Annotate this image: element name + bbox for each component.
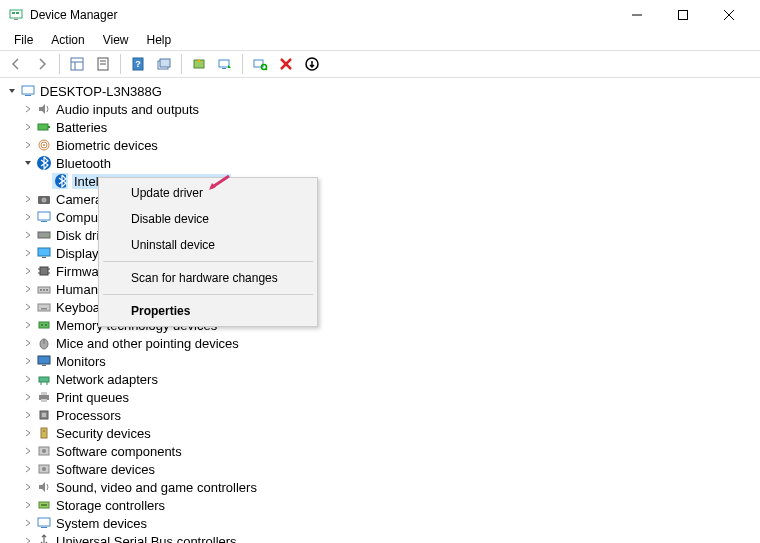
svg-rect-57 — [45, 324, 47, 326]
help-toolbar-icon[interactable]: ? — [126, 52, 150, 76]
chevron-down-icon[interactable] — [4, 83, 20, 99]
tree-root-label: DESKTOP-L3N388G — [40, 84, 162, 99]
chevron-right-icon[interactable] — [20, 281, 36, 297]
svg-rect-2 — [16, 12, 19, 14]
fingerprint-icon — [36, 137, 52, 153]
menu-view[interactable]: View — [95, 31, 137, 49]
tree-node-security[interactable]: Security devices — [0, 424, 760, 442]
ctx-properties[interactable]: Properties — [101, 298, 315, 324]
ctx-uninstall-device[interactable]: Uninstall device — [101, 232, 315, 258]
chevron-right-icon[interactable] — [20, 137, 36, 153]
chevron-right-icon[interactable] — [20, 407, 36, 423]
menu-help[interactable]: Help — [139, 31, 180, 49]
chevron-right-icon[interactable] — [20, 101, 36, 117]
tree-node-print[interactable]: Print queues — [0, 388, 760, 406]
chevron-right-icon[interactable] — [20, 335, 36, 351]
software-icon — [36, 461, 52, 477]
storage-icon — [36, 497, 52, 513]
enable-device-toolbar-icon[interactable] — [300, 52, 324, 76]
chevron-right-icon[interactable] — [20, 479, 36, 495]
tree-node-batteries[interactable]: Batteries — [0, 118, 760, 136]
svg-point-37 — [42, 198, 47, 203]
tree-node-processors[interactable]: Processors — [0, 406, 760, 424]
update-driver-toolbar-icon[interactable] — [187, 52, 211, 76]
tree-node-label: Storage controllers — [56, 498, 165, 513]
svg-rect-70 — [41, 428, 47, 438]
maximize-button[interactable] — [660, 0, 706, 30]
disable-device-toolbar-icon[interactable] — [213, 52, 237, 76]
tree-node-label: Print queues — [56, 390, 129, 405]
tree-node-swcomp[interactable]: Software components — [0, 442, 760, 460]
svg-point-75 — [42, 467, 46, 471]
menu-action[interactable]: Action — [43, 31, 92, 49]
scan-hardware-toolbar-icon[interactable] — [248, 52, 272, 76]
svg-rect-44 — [40, 267, 48, 275]
chevron-right-icon[interactable] — [20, 353, 36, 369]
tree-node-mice[interactable]: Mice and other pointing devices — [0, 334, 760, 352]
tree-node-label: Processors — [56, 408, 121, 423]
battery-icon — [36, 119, 52, 135]
properties-toolbar-icon[interactable] — [91, 52, 115, 76]
chevron-right-icon[interactable] — [20, 371, 36, 387]
tree-node-audio[interactable]: Audio inputs and outputs — [0, 100, 760, 118]
chevron-right-icon[interactable] — [20, 191, 36, 207]
forward-button[interactable] — [30, 52, 54, 76]
chevron-right-icon[interactable] — [20, 263, 36, 279]
chevron-right-icon[interactable] — [20, 389, 36, 405]
svg-rect-30 — [48, 126, 50, 128]
action-toolbar-icon[interactable] — [152, 52, 176, 76]
chevron-right-icon[interactable] — [20, 425, 36, 441]
tree-node-network[interactable]: Network adapters — [0, 370, 760, 388]
camera-icon — [36, 191, 52, 207]
chevron-right-icon[interactable] — [20, 497, 36, 513]
tree-node-system[interactable]: System devices — [0, 514, 760, 532]
tree-node-usb[interactable]: Universal Serial Bus controllers — [0, 532, 760, 543]
speaker-icon — [36, 479, 52, 495]
svg-rect-54 — [41, 308, 47, 310]
svg-rect-60 — [38, 356, 50, 364]
chevron-down-icon[interactable] — [20, 155, 36, 171]
svg-point-41 — [47, 234, 49, 236]
tree-node-swdev[interactable]: Software devices — [0, 460, 760, 478]
ctx-scan-hardware[interactable]: Scan for hardware changes — [101, 265, 315, 291]
chevron-right-icon[interactable] — [20, 209, 36, 225]
svg-rect-79 — [41, 527, 47, 528]
chevron-right-icon[interactable] — [20, 227, 36, 243]
tree-node-label: Monitors — [56, 354, 106, 369]
tree-node-label: Security devices — [56, 426, 151, 441]
tree-node-bluetooth[interactable]: Bluetooth — [0, 154, 760, 172]
chevron-right-icon[interactable] — [20, 299, 36, 315]
minimize-button[interactable] — [614, 0, 660, 30]
tree-node-sound[interactable]: Sound, video and game controllers — [0, 478, 760, 496]
menu-file[interactable]: File — [6, 31, 41, 49]
menu-bar: File Action View Help — [0, 30, 760, 50]
svg-rect-53 — [38, 304, 50, 311]
tree-node-label: Batteries — [56, 120, 107, 135]
ctx-update-driver[interactable]: Update driver — [101, 180, 315, 206]
title-bar: Device Manager — [0, 0, 760, 30]
tree-node-monitors[interactable]: Monitors — [0, 352, 760, 370]
svg-point-22 — [262, 65, 267, 70]
tree-root[interactable]: DESKTOP-L3N388G — [0, 82, 760, 100]
keyboard-icon — [36, 299, 52, 315]
uninstall-toolbar-icon[interactable] — [274, 52, 298, 76]
tree-node-label: Bluetooth — [56, 156, 111, 171]
chevron-right-icon[interactable] — [20, 443, 36, 459]
svg-rect-3 — [14, 19, 18, 20]
chevron-right-icon[interactable] — [20, 533, 36, 543]
chevron-right-icon[interactable] — [20, 119, 36, 135]
show-hide-console-icon[interactable] — [65, 52, 89, 76]
tree-node-storage[interactable]: Storage controllers — [0, 496, 760, 514]
chevron-right-icon[interactable] — [20, 245, 36, 261]
close-button[interactable] — [706, 0, 752, 30]
back-button[interactable] — [4, 52, 28, 76]
svg-rect-39 — [41, 221, 47, 222]
tree-node-biometric[interactable]: Biometric devices — [0, 136, 760, 154]
ctx-disable-device[interactable]: Disable device — [101, 206, 315, 232]
svg-rect-29 — [38, 124, 48, 130]
tree-node-label: Software components — [56, 444, 182, 459]
chevron-right-icon[interactable] — [20, 461, 36, 477]
svg-rect-17 — [160, 59, 170, 67]
chevron-right-icon[interactable] — [20, 515, 36, 531]
chevron-right-icon[interactable] — [20, 317, 36, 333]
